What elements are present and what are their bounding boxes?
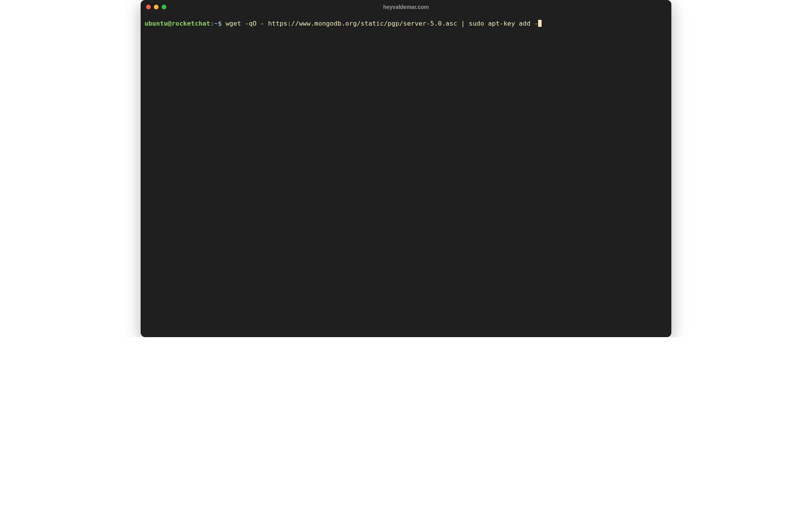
terminal-window: heyvaldemar.com ubuntu@rocketchat:~$ wge…	[141, 0, 671, 337]
traffic-lights	[146, 5, 166, 9]
prompt: ubuntu@rocketchat:~$	[145, 20, 222, 27]
close-icon[interactable]	[146, 5, 151, 9]
prompt-separator: :	[210, 20, 214, 27]
prompt-symbol: $	[218, 20, 222, 27]
terminal-body[interactable]: ubuntu@rocketchat:~$ wget -qO - https://…	[141, 14, 671, 337]
window-title: heyvaldemar.com	[141, 4, 671, 10]
title-bar: heyvaldemar.com	[141, 0, 671, 14]
command-text: wget -qO - https://www.mongodb.org/stati…	[226, 20, 538, 27]
maximize-icon[interactable]	[162, 5, 166, 9]
cursor-icon	[538, 20, 542, 27]
prompt-path: ~	[214, 20, 218, 27]
prompt-user-host: ubuntu@rocketchat	[145, 20, 210, 27]
minimize-icon[interactable]	[154, 5, 159, 9]
